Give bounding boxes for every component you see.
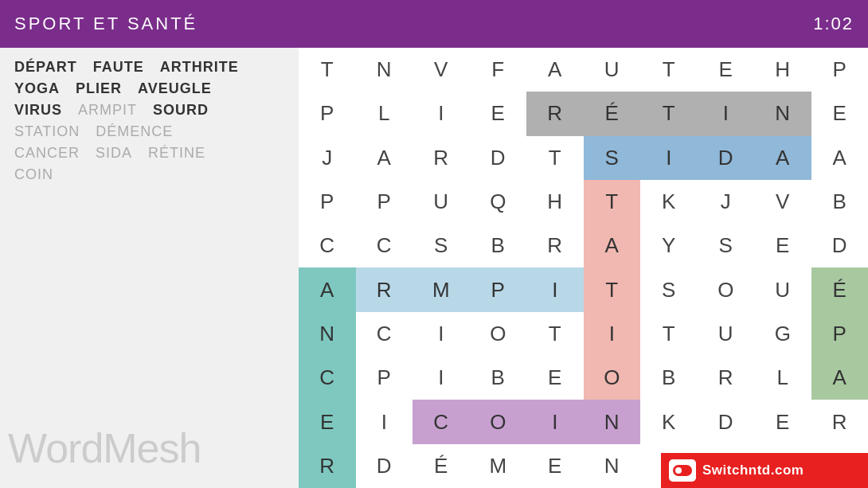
grid-cell[interactable]: I [698, 92, 755, 135]
grid-cell[interactable]: B [640, 356, 698, 400]
grid-cell[interactable]: R [698, 356, 755, 400]
grid-cell[interactable]: I [412, 356, 470, 400]
grid-cell[interactable]: C [356, 224, 413, 267]
grid-cell[interactable]: T [584, 180, 641, 224]
word-station: STATION [14, 123, 80, 140]
grid-cell[interactable]: T [640, 92, 698, 135]
grid-cell[interactable]: E [811, 92, 869, 135]
grid-cell[interactable]: U [754, 267, 811, 311]
grid-cell[interactable]: D [698, 136, 755, 180]
grid-cell[interactable]: A [356, 136, 413, 180]
grid-cell[interactable]: É [811, 267, 869, 311]
word-virus: VIRUS [14, 102, 62, 119]
grid-cell[interactable]: I [412, 312, 470, 356]
grid-cell[interactable]: C [299, 356, 356, 400]
grid-cell[interactable]: D [698, 400, 755, 443]
grid-cell[interactable]: G [754, 312, 811, 356]
grid-cell[interactable]: A [754, 136, 811, 180]
word-row-5: CANCER SIDA RÉTINE [14, 145, 284, 162]
grid-cell[interactable]: U [698, 312, 755, 356]
grid-cell[interactable]: I [640, 136, 698, 180]
grid-cell[interactable]: I [584, 312, 641, 356]
grid-cell[interactable]: E [526, 444, 584, 488]
grid-cell[interactable]: S [640, 267, 698, 311]
grid-cell[interactable]: J [698, 180, 755, 224]
grid-cell[interactable]: P [356, 180, 413, 224]
grid-cell[interactable]: A [584, 224, 641, 267]
grid-cell[interactable]: B [811, 180, 869, 224]
grid-cell[interactable]: P [299, 92, 356, 135]
grid-cell[interactable]: O [470, 312, 527, 356]
grid-cell[interactable]: V [754, 180, 811, 224]
grid-cell[interactable]: A [811, 136, 869, 180]
grid-cell[interactable]: B [470, 356, 527, 400]
grid-cell[interactable]: T [640, 48, 698, 92]
grid-cell[interactable]: C [299, 224, 356, 267]
grid-cell[interactable]: C [412, 400, 470, 443]
grid-cell[interactable]: D [470, 136, 527, 180]
grid-cell[interactable]: K [640, 400, 698, 443]
grid-cell[interactable]: V [412, 48, 470, 92]
grid-cell[interactable]: O [698, 267, 755, 311]
grid-cell[interactable]: K [640, 180, 698, 224]
grid-cell[interactable]: P [470, 267, 527, 311]
grid-cell[interactable]: I [356, 400, 413, 443]
grid-cell[interactable]: N [299, 312, 356, 356]
grid-cell[interactable]: R [526, 224, 584, 267]
grid-cell[interactable]: S [698, 224, 755, 267]
grid-cell[interactable]: E [526, 356, 584, 400]
grid-cell[interactable]: S [412, 224, 470, 267]
grid-cell[interactable]: N [356, 48, 413, 92]
grid-cell[interactable]: U [584, 48, 641, 92]
grid-cell[interactable]: F [470, 48, 527, 92]
grid-cell[interactable]: D [356, 444, 413, 488]
grid-cell[interactable]: B [470, 224, 527, 267]
grid-cell[interactable]: A [811, 356, 869, 400]
grid-cell[interactable]: P [811, 48, 869, 92]
grid-cell[interactable]: D [811, 224, 869, 267]
grid-cell[interactable]: N [584, 444, 641, 488]
grid-cell[interactable]: É [584, 92, 641, 135]
grid-cell[interactable]: E [754, 400, 811, 443]
grid-cell[interactable]: C [356, 312, 413, 356]
grid-cell[interactable]: M [470, 444, 527, 488]
grid-cell[interactable]: T [526, 136, 584, 180]
grid-cell[interactable]: A [299, 267, 356, 311]
grid-cell[interactable]: O [584, 356, 641, 400]
grid-cell[interactable]: P [811, 312, 869, 356]
word-row-3: VIRUS ARMPIT SOURD [14, 102, 284, 119]
grid-cell[interactable]: L [356, 92, 413, 135]
grid-cell[interactable]: T [526, 312, 584, 356]
grid-cell[interactable]: É [412, 444, 470, 488]
grid-cell[interactable]: Q [470, 180, 527, 224]
grid-cell[interactable]: T [584, 267, 641, 311]
grid-cell[interactable]: E [698, 48, 755, 92]
grid-cell[interactable]: I [412, 92, 470, 135]
grid-cell[interactable]: N [584, 400, 641, 443]
grid-cell[interactable]: P [299, 180, 356, 224]
grid-cell[interactable]: R [299, 444, 356, 488]
grid-cell[interactable]: R [356, 267, 413, 311]
grid-cell[interactable]: H [754, 48, 811, 92]
grid-cell[interactable]: O [470, 400, 527, 443]
grid-cell[interactable]: R [811, 400, 869, 443]
grid-cell[interactable]: R [412, 136, 470, 180]
grid-cell[interactable]: I [526, 267, 584, 311]
grid-cell[interactable]: M [412, 267, 470, 311]
grid-cell[interactable]: H [526, 180, 584, 224]
grid-cell[interactable]: E [299, 400, 356, 443]
grid-cell[interactable]: E [470, 92, 527, 135]
grid-cell[interactable]: T [640, 312, 698, 356]
grid-cell[interactable]: P [356, 356, 413, 400]
grid-cell[interactable]: T [299, 48, 356, 92]
grid-cell[interactable]: E [754, 224, 811, 267]
grid-cell[interactable]: R [526, 92, 584, 135]
grid-cell[interactable]: J [299, 136, 356, 180]
grid-cell[interactable]: I [526, 400, 584, 443]
grid-cell[interactable]: U [412, 180, 470, 224]
grid-cell[interactable]: Y [640, 224, 698, 267]
grid-cell[interactable]: N [754, 92, 811, 135]
grid-cell[interactable]: A [526, 48, 584, 92]
grid-cell[interactable]: L [754, 356, 811, 400]
grid-cell[interactable]: S [584, 136, 641, 180]
